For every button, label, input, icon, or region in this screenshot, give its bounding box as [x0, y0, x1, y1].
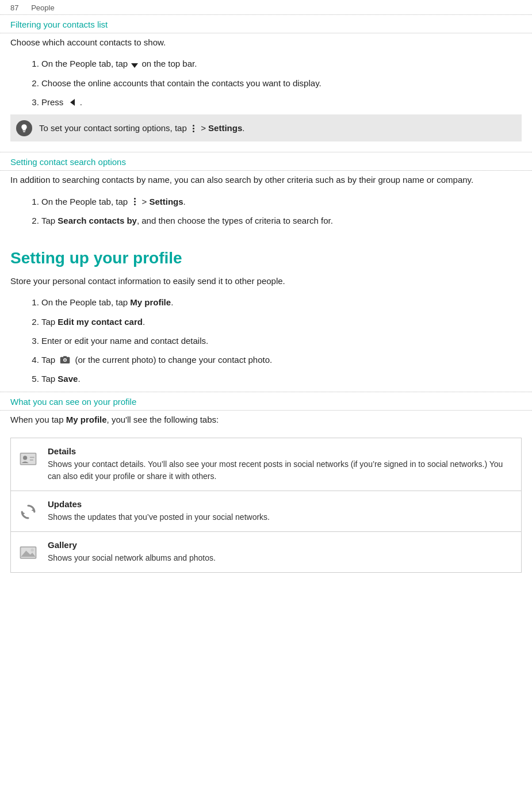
- tip-text: To set your contact sorting options, tap…: [39, 123, 244, 133]
- dots-icon-tip: [190, 124, 198, 133]
- section1-heading: Filtering your contacts list: [0, 15, 532, 33]
- section2-step2: Tap Search contacts by, and then choose …: [41, 214, 522, 227]
- section4-heading: What you can see on your profile: [0, 392, 532, 410]
- gallery-title: Gallery: [48, 540, 513, 550]
- svg-rect-4: [63, 356, 67, 357]
- svg-point-15: [31, 549, 34, 551]
- updates-icon: [17, 500, 40, 523]
- gallery-content: Gallery Shows your social network albums…: [48, 540, 513, 564]
- section1-step2: Choose the online accounts that contain …: [41, 76, 522, 90]
- details-desc: Shows your contact details. You’ll also …: [48, 458, 513, 482]
- section3-step1: On the People tab, tap My profile.: [41, 296, 522, 309]
- section1-steps: On the People tab, tap on the top bar. C…: [10, 57, 522, 109]
- header-title: People: [31, 3, 54, 12]
- updates-desc: Shows the updates that you’ve posted in …: [48, 511, 513, 523]
- details-content: Details Shows your contact details. You’…: [48, 446, 513, 482]
- section4-intro: When you tap My profile, you'll see the …: [0, 411, 532, 432]
- info-row-gallery: Gallery Shows your social network albums…: [11, 532, 521, 572]
- triangle-icon: [131, 63, 138, 68]
- info-table: Details Shows your contact details. You’…: [10, 438, 522, 573]
- updates-title: Updates: [48, 499, 513, 509]
- svg-rect-8: [30, 457, 35, 458]
- details-icon: [17, 447, 40, 470]
- page-header: 87 People: [0, 0, 532, 14]
- info-row-updates: Updates Shows the updates that you’ve po…: [11, 491, 521, 532]
- section2-intro: In addition to searching contacts by nam…: [0, 171, 532, 192]
- camera-icon: [59, 355, 71, 365]
- tip-box: To set your contact sorting options, tap…: [10, 114, 522, 141]
- section1-step3: Press .: [41, 95, 522, 109]
- svg-point-3: [64, 359, 66, 361]
- gallery-icon: [17, 541, 40, 564]
- section2-steps: On the People tab, tap > Settings. Tap S…: [10, 195, 522, 228]
- section1-intro: Choose which account contacts to show.: [0, 33, 532, 55]
- section3-step4: Tap (or the current photo) to change you…: [41, 353, 522, 366]
- details-title: Details: [48, 446, 513, 456]
- section1-step1: On the People tab, tap on the top bar.: [41, 57, 522, 70]
- updates-content: Updates Shows the updates that you’ve po…: [48, 499, 513, 523]
- section3-step3: Enter or edit your name and contact deta…: [41, 334, 522, 347]
- section3-step5: Tap Save.: [41, 372, 522, 385]
- section3-steps: On the People tab, tap My profile. Tap E…: [10, 296, 522, 385]
- page-number: 87: [10, 3, 18, 12]
- section3-step2: Tap Edit my contact card.: [41, 315, 522, 328]
- section3-intro: Store your personal contact information …: [0, 272, 532, 293]
- info-row-details: Details Shows your contact details. You’…: [11, 438, 521, 491]
- section2-heading: Setting contact search options: [0, 152, 532, 170]
- svg-marker-0: [70, 99, 75, 106]
- svg-rect-9: [30, 459, 33, 461]
- section2-step1: On the People tab, tap > Settings.: [41, 195, 522, 208]
- svg-point-7: [23, 455, 27, 459]
- section3-heading: Setting up your profile: [0, 233, 532, 272]
- dots-icon-s2-1: [131, 197, 139, 206]
- tip-icon: [16, 120, 32, 136]
- gallery-desc: Shows your social network albums and pho…: [48, 552, 513, 564]
- back-icon: [67, 98, 76, 107]
